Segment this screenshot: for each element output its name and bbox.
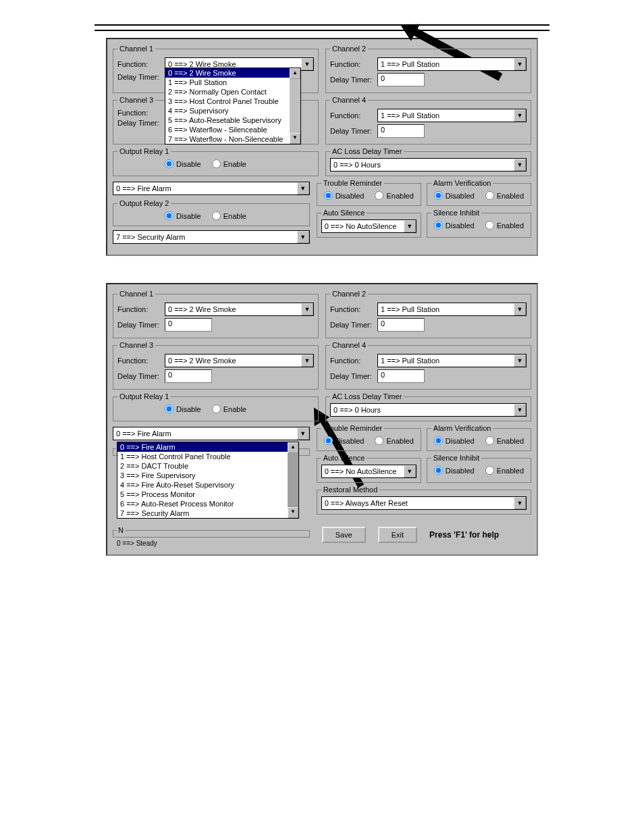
radio-si-enabled-b[interactable]: Enabled — [485, 466, 524, 475]
chevron-down-icon[interactable]: ▼ — [297, 231, 309, 243]
group-channel-3-b: Channel 3 Function: 0 ==> 2 Wire Smoke ▼… — [113, 341, 319, 390]
relay-opt-5[interactable]: 5 ==> Process Monitor — [117, 490, 288, 499]
radio-relay1-enable-b[interactable]: Enable — [212, 405, 246, 413]
scroll-up-icon[interactable]: ▲ — [290, 68, 300, 79]
chevron-down-icon[interactable]: ▼ — [297, 427, 309, 440]
relay-opt-7[interactable]: 7 ==> Security Alarm — [117, 509, 288, 518]
group-channel-2-b: Channel 2 Function: 1 ==> Pull Station ▼… — [325, 290, 531, 338]
group-output-relay-1-b: Output Relay 1 Disable Enable — [113, 392, 319, 421]
combo-ch2-function[interactable]: 1 ==> Pull Station ▼ — [377, 57, 527, 71]
radio-av-disabled[interactable]: Disabled — [434, 191, 475, 200]
combo-auto-silence-b[interactable]: 0 ==> No AutoSilence ▼ — [321, 465, 417, 478]
input-ch3-delay-b[interactable]: 0 — [165, 369, 212, 383]
scroll-down-icon[interactable]: ▼ — [288, 507, 298, 518]
combo-ch1-function-b[interactable]: 0 ==> 2 Wire Smoke ▼ — [165, 303, 314, 316]
label-delay-timer: Delay Timer: — [330, 127, 377, 135]
radio-si-disabled[interactable]: Disabled — [434, 221, 475, 230]
relay-opt-2[interactable]: 2 ==> DACT Trouble — [117, 461, 288, 471]
group-alarm-verification: Alarm Verification Disabled Enabled — [427, 179, 531, 206]
scrollbar[interactable]: ▲ ▼ — [290, 68, 300, 144]
chevron-down-icon[interactable]: ▼ — [514, 303, 526, 315]
group-ac-loss-b: AC Loss Delay Timer 0 ==> 0 Hours ▼ — [325, 392, 531, 421]
input-ch1-delay-b[interactable]: 0 — [165, 318, 212, 332]
exit-button[interactable]: Exit — [378, 527, 417, 543]
radio-relay1-disable-b[interactable]: Disable — [165, 405, 201, 413]
combo-auto-silence[interactable]: 0 ==> No AutoSilence ▼ — [321, 219, 417, 233]
option-6[interactable]: 6 ==> Waterflow - Silenceable — [165, 125, 290, 134]
chevron-down-icon[interactable]: ▼ — [297, 182, 309, 194]
chevron-down-icon[interactable]: ▼ — [404, 465, 416, 477]
chevron-down-icon[interactable]: ▼ — [404, 220, 416, 232]
legend-alarm-verification: Alarm Verification — [431, 179, 493, 187]
chevron-down-icon[interactable]: ▼ — [514, 497, 526, 509]
radio-av-disabled-b[interactable]: Disabled — [434, 436, 475, 445]
radio-relay2-disable[interactable]: Disable — [165, 211, 201, 220]
combo-ch2-function-b[interactable]: 1 ==> Pull Station ▼ — [377, 303, 527, 316]
input-ch4-delay-b[interactable]: 0 — [377, 369, 425, 383]
radio-si-disabled-b[interactable]: Disabled — [434, 466, 475, 475]
option-5[interactable]: 5 ==> Auto-Resetable Supervisory — [165, 115, 290, 125]
group-channel-1-b: Channel 1 Function: 0 ==> 2 Wire Smoke ▼… — [113, 290, 319, 338]
radio-av-enabled-b[interactable]: Enabled — [485, 436, 524, 445]
chevron-down-icon[interactable]: ▼ — [514, 159, 526, 171]
chevron-down-icon[interactable]: ▼ — [514, 404, 526, 416]
radio-tr-enabled-b[interactable]: Enabled — [375, 436, 413, 445]
input-ch2-delay[interactable]: 0 — [377, 73, 425, 86]
option-7[interactable]: 7 ==> Waterflow - Non-Silenceable — [165, 134, 290, 144]
chevron-down-icon[interactable]: ▼ — [301, 303, 313, 315]
chevron-down-icon[interactable]: ▼ — [514, 58, 526, 70]
relay-opt-0[interactable]: 0 ==> Fire Alarm — [117, 442, 288, 452]
radio-tr-enabled[interactable]: Enabled — [375, 191, 413, 200]
option-0[interactable]: 0 ==> 2 Wire Smoke — [165, 68, 290, 78]
combo-ac-loss-b[interactable]: 0 ==> 0 Hours ▼ — [330, 403, 527, 417]
group-channel-4-b: Channel 4 Function: 1 ==> Pull Station ▼… — [325, 341, 531, 390]
group-trouble-reminder-b: Trouble Reminder Disabled Enabled — [317, 424, 421, 451]
combo-relay1-type-b[interactable]: 0 ==> Fire Alarm ▼ — [113, 427, 310, 440]
label-delay-timer: Delay Timer: — [117, 73, 165, 81]
option-4[interactable]: 4 ==> Supervisory — [165, 106, 290, 115]
combo-ch4-function-b[interactable]: 1 ==> Pull Station ▼ — [377, 354, 527, 367]
group-restoral-method: Restoral Method 0 ==> Always After Reset… — [317, 486, 531, 515]
chevron-down-icon[interactable]: ▼ — [514, 355, 526, 367]
option-3[interactable]: 3 ==> Host Control Panel Trouble — [165, 97, 290, 106]
radio-si-enabled[interactable]: Enabled — [485, 221, 524, 230]
radio-tr-disabled[interactable]: Disabled — [324, 191, 365, 200]
radio-relay1-enable[interactable]: Enable — [212, 159, 246, 168]
relay-opt-1[interactable]: 1 ==> Host Control Panel Trouble — [117, 452, 288, 461]
input-ch4-delay[interactable]: 0 — [377, 124, 425, 138]
relay-opt-6[interactable]: 6 ==> Auto-Reset Process Monitor — [117, 499, 288, 509]
option-2[interactable]: 2 ==> Normally Open Contact — [165, 87, 290, 97]
radio-av-enabled[interactable]: Enabled — [485, 191, 524, 200]
combo-ch4-function[interactable]: 1 ==> Pull Station ▼ — [377, 109, 527, 122]
label-delay-timer: Delay Timer: — [117, 119, 165, 127]
label-function: Function: — [117, 109, 165, 117]
input-ch2-delay-b[interactable]: 0 — [377, 318, 425, 332]
radio-relay2-enable[interactable]: Enable — [212, 211, 246, 220]
scroll-down-icon[interactable]: ▼ — [290, 133, 300, 144]
group-silence-inhibit-b: Silence Inhibit Disabled Enabled — [427, 454, 531, 483]
combo-relay1-type[interactable]: 0 ==> Fire Alarm ▼ — [113, 182, 310, 195]
save-button[interactable]: Save — [322, 527, 366, 543]
radio-relay1-disable[interactable]: Disable — [165, 159, 201, 168]
group-silence-inhibit: Silence Inhibit Disabled Enabled — [427, 209, 531, 238]
chevron-down-icon[interactable]: ▼ — [514, 109, 526, 122]
relay-opt-3[interactable]: 3 ==> Fire Supervisory — [117, 471, 288, 480]
radio-tr-disabled-b[interactable]: Disabled — [324, 436, 365, 445]
dropdown-function-options[interactable]: 0 ==> 2 Wire Smoke 1 ==> Pull Station 2 … — [165, 68, 301, 145]
combo-relay2-type[interactable]: 7 ==> Security Alarm ▼ — [113, 230, 310, 244]
scrollbar[interactable]: ▲ ▼ — [288, 442, 298, 518]
combo-restoral-method[interactable]: 0 ==> Always After Reset ▼ — [321, 496, 527, 510]
hint-steady: 0 ==> Steady — [113, 539, 310, 548]
dropdown-relay-options[interactable]: 0 ==> Fire Alarm 1 ==> Host Control Pane… — [117, 442, 299, 519]
chevron-down-icon[interactable]: ▼ — [301, 355, 313, 367]
combo-ch3-function-b[interactable]: 0 ==> 2 Wire Smoke ▼ — [165, 354, 314, 367]
legend-output-relay-1: Output Relay 1 — [117, 147, 171, 155]
scroll-up-icon[interactable]: ▲ — [288, 442, 298, 453]
relay-opt-4[interactable]: 4 ==> Fire Auto-Reset Supervisory — [117, 480, 288, 490]
chevron-down-icon[interactable]: ▼ — [301, 58, 313, 70]
legend-ac-loss: AC Loss Delay Timer — [330, 147, 404, 155]
option-1[interactable]: 1 ==> Pull Station — [165, 78, 290, 87]
legend-silence-inhibit: Silence Inhibit — [431, 209, 482, 217]
panel-bottom: Channel 1 Function: 0 ==> 2 Wire Smoke ▼… — [106, 283, 538, 556]
combo-ac-loss[interactable]: 0 ==> 0 Hours ▼ — [330, 158, 527, 172]
